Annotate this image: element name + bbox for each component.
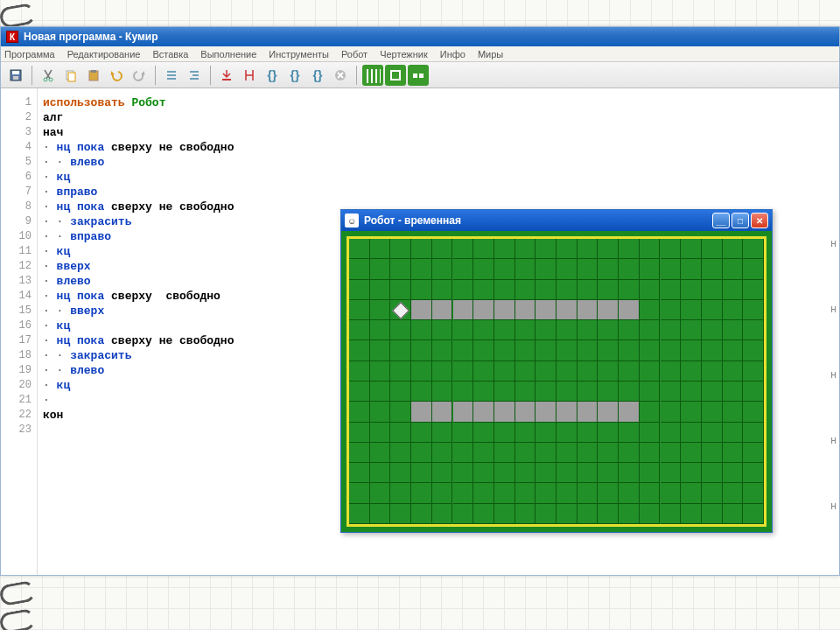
grid-cell[interactable] [370, 483, 391, 503]
grid-cell[interactable] [619, 340, 640, 360]
grid-cell[interactable] [432, 239, 453, 259]
grid-cell[interactable] [349, 402, 370, 422]
grid-cell[interactable] [473, 423, 494, 443]
grid-cell[interactable] [598, 239, 619, 259]
grid-cell[interactable] [743, 483, 764, 503]
grid-cell[interactable] [515, 280, 536, 300]
grid-cell[interactable] [453, 483, 474, 503]
menu-миры[interactable]: Миры [478, 49, 503, 60]
robot-field1-button[interactable] [385, 65, 406, 86]
grid-cell[interactable] [494, 483, 515, 503]
grid-cell[interactable] [515, 483, 536, 503]
grid-cell[interactable] [578, 463, 598, 483]
grid-cell[interactable] [681, 239, 702, 259]
grid-cell[interactable] [349, 382, 370, 402]
grid-cell[interactable] [681, 402, 702, 422]
grid-cell[interactable] [473, 280, 494, 300]
grid-cell[interactable] [743, 402, 764, 422]
grid-cell[interactable] [494, 320, 515, 340]
code-line[interactable]: · вправо [43, 185, 234, 200]
grid-cell[interactable] [411, 423, 432, 443]
grid-cell[interactable] [598, 280, 619, 300]
code-line[interactable]: кон [43, 408, 234, 423]
grid-cell[interactable] [453, 320, 474, 340]
indent-left-button[interactable] [161, 65, 182, 86]
grid-cell[interactable] [681, 423, 702, 443]
grid-cell[interactable] [640, 300, 661, 320]
grid-cell[interactable] [390, 320, 411, 340]
grid-cell[interactable] [702, 423, 723, 443]
grid-cell[interactable] [578, 320, 598, 340]
grid-cell[interactable] [661, 259, 682, 279]
code-line[interactable]: использовать Робот [43, 95, 234, 110]
grid-cell[interactable] [411, 340, 432, 360]
grid-cell[interactable] [556, 423, 578, 443]
grid-cell[interactable] [661, 483, 682, 503]
grid-cell[interactable] [556, 483, 578, 503]
grid-cell[interactable] [390, 463, 411, 483]
grid-cell[interactable] [640, 239, 661, 259]
grid-cell[interactable] [473, 300, 494, 320]
grid-cell[interactable] [640, 259, 661, 279]
grid-cell[interactable] [432, 402, 453, 422]
grid-cell[interactable] [473, 259, 494, 279]
grid-cell[interactable] [349, 340, 370, 360]
grid-cell[interactable] [453, 361, 474, 382]
grid-cell[interactable] [743, 382, 764, 402]
grid-cell[interactable] [723, 320, 744, 340]
grid-cell[interactable] [661, 443, 682, 463]
grid-cell[interactable] [473, 483, 494, 503]
grid-cell[interactable] [578, 504, 598, 524]
grid-cell[interactable] [661, 239, 682, 259]
grid-cell[interactable] [681, 259, 702, 279]
grid-cell[interactable] [370, 300, 391, 320]
grid-cell[interactable] [390, 259, 411, 279]
grid-cell[interactable] [536, 280, 556, 300]
grid-cell[interactable] [515, 402, 536, 422]
code-line[interactable]: · вверх [43, 259, 234, 274]
grid-cell[interactable] [702, 340, 723, 360]
grid-cell[interactable] [390, 340, 411, 360]
grid-cell[interactable] [640, 483, 661, 503]
titlebar[interactable]: К Новая программа - Кумир [1, 27, 839, 46]
grid-cell[interactable] [390, 361, 411, 382]
step-over-button[interactable] [239, 65, 260, 86]
grid-cell[interactable] [494, 361, 515, 382]
code-line[interactable]: нач [43, 125, 234, 140]
grid-cell[interactable] [661, 382, 682, 402]
grid-cell[interactable] [370, 382, 391, 402]
grid-cell[interactable] [432, 259, 453, 279]
code-line[interactable]: · влево [43, 274, 234, 289]
indent-right-button[interactable] [184, 65, 205, 86]
grid-cell[interactable] [515, 361, 536, 382]
grid-cell[interactable] [702, 443, 723, 463]
grid-cell[interactable] [494, 463, 515, 483]
grid-cell[interactable] [702, 361, 723, 382]
grid-cell[interactable] [411, 320, 432, 340]
grid-cell[interactable] [723, 340, 744, 360]
code-line[interactable]: · · влево [43, 363, 234, 378]
grid-cell[interactable] [640, 423, 661, 443]
run-brace2-button[interactable]: {} [284, 65, 305, 86]
close-button[interactable]: ✕ [751, 213, 768, 228]
grid-cell[interactable] [411, 280, 432, 300]
robot-window[interactable]: ☺ Робот - временная __ □ ✕ [340, 209, 773, 533]
grid-cell[interactable] [743, 361, 764, 382]
grid-cell[interactable] [681, 463, 702, 483]
grid-cell[interactable] [619, 423, 640, 443]
grid-cell[interactable] [681, 483, 702, 503]
grid-cell[interactable] [494, 382, 515, 402]
grid-cell[interactable] [556, 504, 578, 524]
grid-cell[interactable] [723, 443, 744, 463]
grid-cell[interactable] [515, 382, 536, 402]
grid-cell[interactable] [661, 340, 682, 360]
maximize-button[interactable]: □ [732, 213, 749, 228]
grid-cell[interactable] [578, 280, 598, 300]
grid-cell[interactable] [661, 300, 682, 320]
grid-cell[interactable] [411, 402, 432, 422]
grid-cell[interactable] [473, 361, 494, 382]
grid-cell[interactable] [536, 259, 556, 279]
grid-cell[interactable] [640, 320, 661, 340]
grid-cell[interactable] [661, 361, 682, 382]
grid-cell[interactable] [390, 483, 411, 503]
